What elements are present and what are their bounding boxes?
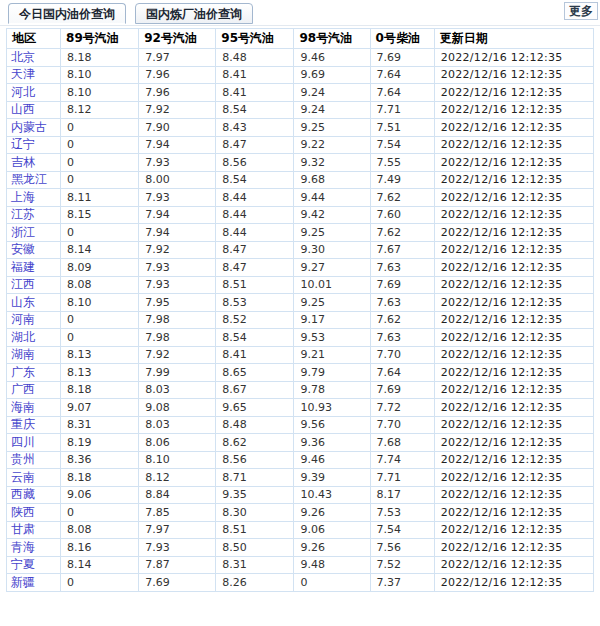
table-row: 重庆8.318.038.489.567.702022/12/16 12:12:3… <box>7 416 594 434</box>
region-link[interactable]: 浙江 <box>11 225 35 239</box>
price-cell: 7.69 <box>370 49 434 67</box>
table-row: 甘肃8.087.978.519.067.542022/12/16 12:12:3… <box>7 521 594 539</box>
region-link[interactable]: 甘肃 <box>11 522 35 536</box>
price-cell: 8.62 <box>216 434 294 452</box>
table-row: 贵州8.368.108.569.467.742022/12/16 12:12:3… <box>7 451 594 469</box>
price-cell: 7.98 <box>139 329 216 347</box>
price-cell: 9.26 <box>294 539 370 557</box>
region-cell: 青海 <box>7 539 61 557</box>
price-cell: 8.00 <box>139 171 216 189</box>
region-cell: 陕西 <box>7 504 61 522</box>
price-cell: 8.12 <box>61 101 139 119</box>
price-cell: 8.14 <box>61 556 139 574</box>
region-cell: 西藏 <box>7 486 61 504</box>
price-cell: 8.31 <box>61 416 139 434</box>
price-cell: 0 <box>61 329 139 347</box>
price-cell: 7.54 <box>370 136 434 154</box>
region-link[interactable]: 山东 <box>11 295 35 309</box>
region-link[interactable]: 四川 <box>11 435 35 449</box>
region-cell: 云南 <box>7 469 61 487</box>
table-row: 内蒙古07.908.439.257.512022/12/16 12:12:35 <box>7 119 594 137</box>
price-cell: 7.68 <box>370 434 434 452</box>
region-link[interactable]: 河南 <box>11 312 35 326</box>
region-link[interactable]: 贵州 <box>11 452 35 466</box>
header-row: 地区89号汽油92号汽油95号汽油98号汽油0号柴油更新日期 <box>7 29 594 49</box>
region-link[interactable]: 江苏 <box>11 207 35 221</box>
price-cell: 7.90 <box>139 119 216 137</box>
price-cell: 8.19 <box>61 434 139 452</box>
region-link[interactable]: 福建 <box>11 260 35 274</box>
table-row: 山东8.107.958.539.257.632022/12/16 12:12:3… <box>7 294 594 312</box>
region-link[interactable]: 安徽 <box>11 242 35 256</box>
price-cell: 8.06 <box>139 434 216 452</box>
price-cell: 8.16 <box>61 539 139 557</box>
region-link[interactable]: 广东 <box>11 365 35 379</box>
price-cell: 9.26 <box>294 504 370 522</box>
price-cell: 8.08 <box>61 521 139 539</box>
price-cell: 9.78 <box>294 381 370 399</box>
update-date-cell: 2022/12/16 12:12:35 <box>434 329 593 347</box>
region-link[interactable]: 广西 <box>11 382 35 396</box>
price-cell: 7.63 <box>370 294 434 312</box>
column-header: 89号汽油 <box>61 29 139 49</box>
table-row: 吉林07.938.569.327.552022/12/16 12:12:35 <box>7 154 594 172</box>
region-link[interactable]: 黑龙江 <box>11 172 47 186</box>
table-row: 辽宁07.948.479.227.542022/12/16 12:12:35 <box>7 136 594 154</box>
region-link[interactable]: 江西 <box>11 277 35 291</box>
price-cell: 9.79 <box>294 364 370 382</box>
price-cell: 10.43 <box>294 486 370 504</box>
price-cell: 0 <box>61 224 139 242</box>
more-link[interactable]: 更多 <box>564 2 598 20</box>
region-cell: 宁夏 <box>7 556 61 574</box>
region-link[interactable]: 海南 <box>11 400 35 414</box>
region-link[interactable]: 陕西 <box>11 505 35 519</box>
price-cell: 7.87 <box>139 556 216 574</box>
region-link[interactable]: 辽宁 <box>11 137 35 151</box>
region-link[interactable]: 西藏 <box>11 487 35 501</box>
tab-domestic-refinery-oil-price[interactable]: 国内炼厂油价查询 <box>135 3 253 24</box>
region-cell: 吉林 <box>7 154 61 172</box>
region-cell: 上海 <box>7 189 61 207</box>
price-cell: 8.54 <box>216 171 294 189</box>
region-link[interactable]: 湖北 <box>11 330 35 344</box>
price-cell: 7.95 <box>139 294 216 312</box>
price-cell: 7.71 <box>370 469 434 487</box>
update-date-cell: 2022/12/16 12:12:35 <box>434 66 593 84</box>
table-row: 河南07.988.529.177.622022/12/16 12:12:35 <box>7 311 594 329</box>
region-link[interactable]: 吉林 <box>11 155 35 169</box>
price-cell: 8.41 <box>216 84 294 102</box>
region-link[interactable]: 河北 <box>11 85 35 99</box>
update-date-cell: 2022/12/16 12:12:35 <box>434 241 593 259</box>
price-cell: 7.67 <box>370 241 434 259</box>
region-cell: 山西 <box>7 101 61 119</box>
update-date-cell: 2022/12/16 12:12:35 <box>434 171 593 189</box>
region-link[interactable]: 上海 <box>11 190 35 204</box>
price-cell: 8.53 <box>216 294 294 312</box>
region-cell: 甘肃 <box>7 521 61 539</box>
price-cell: 8.48 <box>216 49 294 67</box>
region-link[interactable]: 云南 <box>11 470 35 484</box>
region-link[interactable]: 新疆 <box>11 575 35 589</box>
region-link[interactable]: 天津 <box>11 67 35 81</box>
update-date-cell: 2022/12/16 12:12:35 <box>434 451 593 469</box>
region-link[interactable]: 宁夏 <box>11 557 35 571</box>
update-date-cell: 2022/12/16 12:12:35 <box>434 294 593 312</box>
table-row: 海南9.079.089.6510.937.722022/12/16 12:12:… <box>7 399 594 417</box>
price-cell: 9.17 <box>294 311 370 329</box>
table-row: 北京8.187.978.489.467.692022/12/16 12:12:3… <box>7 49 594 67</box>
price-cell: 9.07 <box>61 399 139 417</box>
region-cell: 山东 <box>7 294 61 312</box>
region-link[interactable]: 重庆 <box>11 417 35 431</box>
update-date-cell: 2022/12/16 12:12:35 <box>434 189 593 207</box>
price-cell: 9.56 <box>294 416 370 434</box>
region-link[interactable]: 山西 <box>11 102 35 116</box>
table-header-row: 地区89号汽油92号汽油95号汽油98号汽油0号柴油更新日期 <box>7 29 594 49</box>
region-link[interactable]: 北京 <box>11 50 35 64</box>
price-cell: 7.92 <box>139 346 216 364</box>
region-link[interactable]: 青海 <box>11 540 35 554</box>
tab-today-domestic-oil-price[interactable]: 今日国内油价查询 <box>8 3 126 24</box>
price-cell: 7.64 <box>370 84 434 102</box>
price-cell: 7.93 <box>139 276 216 294</box>
region-link[interactable]: 内蒙古 <box>11 120 47 134</box>
region-link[interactable]: 湖南 <box>11 347 35 361</box>
